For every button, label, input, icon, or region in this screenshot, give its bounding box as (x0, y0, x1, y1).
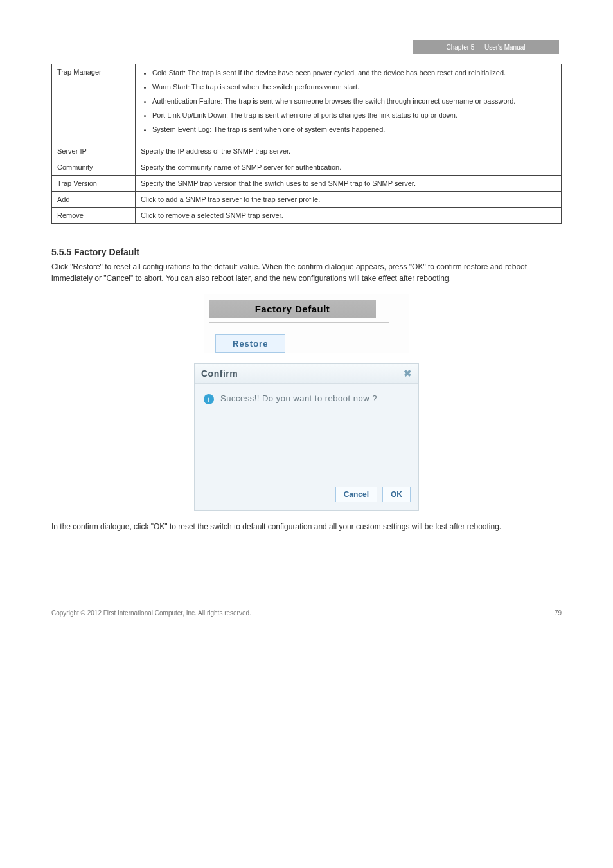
bullet-item: Cold Start: The trap is sent if the devi… (152, 68, 556, 78)
footer-page-number: 79 (555, 610, 562, 617)
bullet-item: Port Link Up/Link Down: The trap is sent… (152, 111, 556, 121)
cell-value: Specify the community name of SNMP serve… (136, 159, 562, 175)
table-row: Server IP Specify the IP address of the … (52, 143, 562, 159)
cell-label: Remove (52, 207, 136, 223)
cell-label: Server IP (52, 143, 136, 159)
bullet-item: Warm Start: The trap is sent when the sw… (152, 82, 556, 93)
bullet-item: System Event Log: The trap is sent when … (152, 125, 556, 135)
restore-button[interactable]: Restore (215, 334, 285, 353)
ok-button[interactable]: OK (382, 487, 411, 502)
factory-default-separator (209, 322, 389, 323)
confirm-dialog: Confirm ✖ i Success!! Do you want to reb… (194, 363, 419, 511)
section-heading: 5.5.5 Factory Default (51, 247, 562, 257)
cell-label: Community (52, 159, 136, 175)
header-chapter-tag: Chapter 5 — User's Manual (413, 40, 559, 54)
table-row: Trap Version Specify the SNMP trap versi… (52, 175, 562, 191)
section-paragraph: In the confirm dialogue, click "OK" to r… (51, 521, 562, 532)
cell-value: Click to add a SNMP trap server to the t… (136, 191, 562, 207)
cancel-button[interactable]: Cancel (335, 487, 377, 502)
close-icon[interactable]: ✖ (404, 368, 412, 379)
cell-label: Add (52, 191, 136, 207)
footer-copyright: Copyright © 2012 First International Com… (51, 610, 251, 617)
bullet-item: Authentication Failure: The trap is sent… (152, 96, 556, 107)
cell-label: Trap Manager (52, 64, 136, 143)
section-paragraph: Click "Restore" to reset all configurati… (51, 261, 562, 284)
table-row: Add Click to add a SNMP trap server to t… (52, 191, 562, 207)
cell-value: Specify the SNMP trap version that the s… (136, 175, 562, 191)
header-separator (51, 57, 562, 57)
cell-label: Trap Version (52, 175, 136, 191)
table-row: Remove Click to remove a selected SNMP t… (52, 207, 562, 223)
info-icon: i (204, 394, 214, 404)
table-row: Trap Manager Cold Start: The trap is sen… (52, 64, 562, 143)
dialog-title: Confirm (201, 368, 238, 379)
dialog-titlebar: Confirm ✖ (195, 364, 418, 384)
factory-default-title: Factory Default (209, 300, 376, 318)
dialog-message: Success!! Do you want to reboot now ? (220, 393, 377, 404)
factory-default-panel: Factory Default Restore (204, 294, 409, 353)
cell-value: Specify the IP address of the SNMP trap … (136, 143, 562, 159)
cell-value: Cold Start: The trap is sent if the devi… (136, 64, 562, 143)
table-row: Community Specify the community name of … (52, 159, 562, 175)
spec-table: Trap Manager Cold Start: The trap is sen… (51, 64, 562, 224)
cell-value: Click to remove a selected SNMP trap ser… (136, 207, 562, 223)
